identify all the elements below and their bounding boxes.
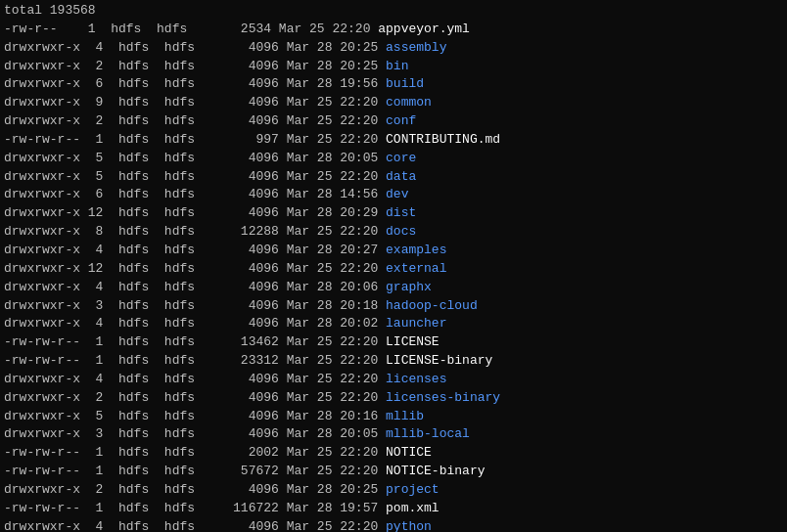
file-perms: drwxrwxr-x: [4, 315, 80, 333]
file-perms: drwxrwxr-x: [4, 204, 80, 223]
file-name: core: [378, 150, 416, 168]
file-name: dist: [378, 204, 416, 223]
file-meta: 1 hdfs hdfs 23312 Mar 25 22:20: [80, 352, 378, 371]
table-row: drwxrwxr-x 12 hdfs hdfs 4096 Mar 25 22:2…: [4, 260, 783, 279]
table-row: drwxrwxr-x 4 hdfs hdfs 4096 Mar 25 22:20…: [4, 518, 783, 532]
file-name: graphx: [378, 279, 432, 297]
table-row: drwxrwxr-x 4 hdfs hdfs 4096 Mar 28 20:06…: [4, 279, 783, 297]
file-name: examples: [378, 242, 446, 260]
file-name: assembly: [378, 39, 446, 58]
file-meta: 3 hdfs hdfs 4096 Mar 28 20:05: [80, 425, 378, 444]
file-perms: -rw-rw-r--: [4, 352, 80, 371]
file-name: LICENSE: [378, 333, 439, 352]
file-name: NOTICE: [378, 444, 432, 463]
file-name: external: [378, 260, 446, 279]
file-perms: drwxrwxr-x: [4, 297, 80, 316]
file-perms: drwxrwxr-x: [4, 112, 80, 131]
file-name: data: [378, 168, 416, 187]
file-meta: 4 hdfs hdfs 4096 Mar 25 22:20: [80, 371, 378, 389]
file-meta: 12 hdfs hdfs 4096 Mar 25 22:20: [80, 260, 378, 279]
file-meta: 8 hdfs hdfs 12288 Mar 25 22:20: [80, 223, 378, 242]
file-perms: -rw-rw-r--: [4, 444, 80, 463]
file-perms: -rw-rw-r--: [4, 333, 80, 352]
file-name: NOTICE-binary: [378, 463, 485, 481]
table-row: -rw-rw-r-- 1 hdfs hdfs 57672 Mar 25 22:2…: [4, 463, 783, 481]
file-meta: 5 hdfs hdfs 4096 Mar 25 22:20: [80, 168, 378, 187]
file-perms: drwxrwxr-x: [4, 371, 80, 389]
table-row: drwxrwxr-x 2 hdfs hdfs 4096 Mar 25 22:20…: [4, 389, 783, 408]
file-meta: 4 hdfs hdfs 4096 Mar 28 20:06: [80, 279, 378, 297]
file-meta: 2 hdfs hdfs 4096 Mar 25 22:20: [80, 389, 378, 408]
file-perms: drwxrwxr-x: [4, 58, 80, 76]
file-meta: 4 hdfs hdfs 4096 Mar 28 20:25: [80, 39, 378, 58]
file-meta: 4 hdfs hdfs 4096 Mar 25 22:20: [80, 518, 378, 532]
file-perms: drwxrwxr-x: [4, 408, 80, 426]
file-meta: 2 hdfs hdfs 4096 Mar 28 20:25: [80, 481, 378, 500]
file-meta: 1 hdfs hdfs 13462 Mar 25 22:20: [80, 333, 378, 352]
table-row: -rw-rw-r-- 1 hdfs hdfs 13462 Mar 25 22:2…: [4, 333, 783, 352]
file-name: CONTRIBUTING.md: [378, 131, 500, 150]
file-perms: drwxrwxr-x: [4, 518, 80, 532]
table-row: drwxrwxr-x 6 hdfs hdfs 4096 Mar 28 19:56…: [4, 75, 783, 94]
file-name: conf: [378, 112, 416, 131]
table-row: drwxrwxr-x 4 hdfs hdfs 4096 Mar 25 22:20…: [4, 371, 783, 389]
total-line: total 193568: [4, 2, 783, 21]
file-perms: drwxrwxr-x: [4, 389, 80, 408]
table-row: drwxrwxr-x 8 hdfs hdfs 12288 Mar 25 22:2…: [4, 223, 783, 242]
file-name: mllib: [378, 408, 424, 426]
table-row: drwxrwxr-x 5 hdfs hdfs 4096 Mar 28 20:05…: [4, 150, 783, 168]
file-listing: -rw-r-- 1 hdfs hdfs 2534 Mar 25 22:20 ap…: [4, 21, 783, 532]
file-meta: 12 hdfs hdfs 4096 Mar 28 20:29: [80, 204, 378, 223]
file-meta: 5 hdfs hdfs 4096 Mar 28 20:05: [80, 150, 378, 168]
file-name: docs: [378, 223, 416, 242]
table-row: drwxrwxr-x 4 hdfs hdfs 4096 Mar 28 20:02…: [4, 315, 783, 333]
file-perms: drwxrwxr-x: [4, 260, 80, 279]
table-row: -rw-rw-r-- 1 hdfs hdfs 2002 Mar 25 22:20…: [4, 444, 783, 463]
terminal: total 193568 -rw-r-- 1 hdfs hdfs 2534 Ma…: [0, 0, 787, 532]
file-meta: 1 hdfs hdfs 997 Mar 25 22:20: [80, 131, 378, 150]
file-perms: -rw-r--: [4, 21, 80, 39]
file-perms: -rw-rw-r--: [4, 500, 80, 518]
table-row: drwxrwxr-x 4 hdfs hdfs 4096 Mar 28 20:27…: [4, 242, 783, 260]
table-row: drwxrwxr-x 2 hdfs hdfs 4096 Mar 25 22:20…: [4, 112, 783, 131]
table-row: -rw-rw-r-- 1 hdfs hdfs 23312 Mar 25 22:2…: [4, 352, 783, 371]
file-perms: drwxrwxr-x: [4, 39, 80, 58]
file-meta: 3 hdfs hdfs 4096 Mar 28 20:18: [80, 297, 378, 316]
file-perms: drwxrwxr-x: [4, 186, 80, 204]
table-row: drwxrwxr-x 3 hdfs hdfs 4096 Mar 28 20:18…: [4, 297, 783, 316]
file-name: build: [378, 75, 424, 94]
file-name: project: [378, 481, 439, 500]
file-perms: drwxrwxr-x: [4, 279, 80, 297]
table-row: drwxrwxr-x 5 hdfs hdfs 4096 Mar 25 22:20…: [4, 168, 783, 187]
table-row: drwxrwxr-x 2 hdfs hdfs 4096 Mar 28 20:25…: [4, 58, 783, 76]
file-name: common: [378, 94, 432, 112]
table-row: drwxrwxr-x 4 hdfs hdfs 4096 Mar 28 20:25…: [4, 39, 783, 58]
file-meta: 1 hdfs hdfs 2002 Mar 25 22:20: [80, 444, 378, 463]
table-row: -rw-rw-r-- 1 hdfs hdfs 116722 Mar 28 19:…: [4, 500, 783, 518]
file-meta: 4 hdfs hdfs 4096 Mar 28 20:27: [80, 242, 378, 260]
file-name: appveyor.yml: [370, 21, 469, 39]
file-meta: 1 hdfs hdfs 57672 Mar 25 22:20: [80, 463, 378, 481]
file-meta: 1 hdfs hdfs 2534 Mar 25 22:20: [80, 21, 370, 39]
file-meta: 5 hdfs hdfs 4096 Mar 28 20:16: [80, 408, 378, 426]
table-row: drwxrwxr-x 3 hdfs hdfs 4096 Mar 28 20:05…: [4, 425, 783, 444]
table-row: -rw-rw-r-- 1 hdfs hdfs 997 Mar 25 22:20 …: [4, 131, 783, 150]
file-name: licenses: [378, 371, 446, 389]
file-name: python: [378, 518, 432, 532]
file-perms: drwxrwxr-x: [4, 223, 80, 242]
file-perms: drwxrwxr-x: [4, 481, 80, 500]
file-meta: 9 hdfs hdfs 4096 Mar 25 22:20: [80, 94, 378, 112]
file-perms: drwxrwxr-x: [4, 168, 80, 187]
file-name: hadoop-cloud: [378, 297, 477, 316]
file-name: licenses-binary: [378, 389, 500, 408]
file-meta: 6 hdfs hdfs 4096 Mar 28 19:56: [80, 75, 378, 94]
file-name: mllib-local: [378, 425, 470, 444]
table-row: drwxrwxr-x 12 hdfs hdfs 4096 Mar 28 20:2…: [4, 204, 783, 223]
file-name: pom.xml: [378, 500, 439, 518]
table-row: drwxrwxr-x 9 hdfs hdfs 4096 Mar 25 22:20…: [4, 94, 783, 112]
file-perms: drwxrwxr-x: [4, 242, 80, 260]
table-row: drwxrwxr-x 2 hdfs hdfs 4096 Mar 28 20:25…: [4, 481, 783, 500]
table-row: -rw-r-- 1 hdfs hdfs 2534 Mar 25 22:20 ap…: [4, 21, 783, 39]
table-row: drwxrwxr-x 6 hdfs hdfs 4096 Mar 28 14:56…: [4, 186, 783, 204]
file-perms: drwxrwxr-x: [4, 425, 80, 444]
